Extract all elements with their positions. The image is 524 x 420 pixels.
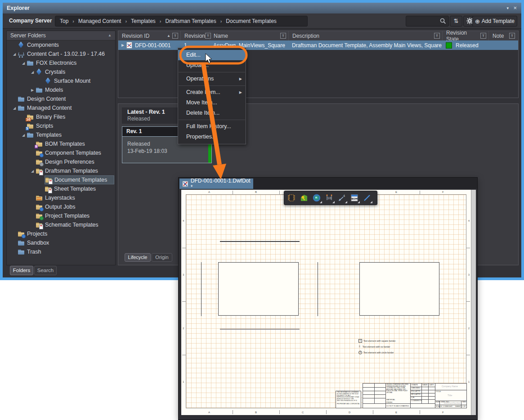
sidebar-item-trash[interactable]: Trash: [7, 247, 115, 256]
text-annotation[interactable]: 2. Text element with no border: [358, 344, 390, 349]
sidebar-item-templates[interactable]: ◢Templates: [7, 130, 115, 139]
expand-open-icon[interactable]: ◢: [11, 106, 18, 110]
drawing-sheet[interactable]: A B C D E F A B C D E F 4 3 2 1 4 3 2 1: [181, 190, 471, 415]
sidebar-item-document-templates[interactable]: Document Templates: [7, 175, 115, 184]
place-bom-table-button[interactable]: BOM: [348, 192, 361, 204]
sidebar-item-fox-electronics[interactable]: ◢FOX Electronics: [7, 58, 115, 67]
menu-item-properties[interactable]: Properties...: [178, 132, 246, 142]
expand-open-icon[interactable]: ◢: [20, 61, 27, 65]
sidebar-item-scripts[interactable]: SScripts: [7, 121, 115, 130]
filter-icon[interactable]: T: [434, 33, 440, 39]
col-header-description[interactable]: Description T: [288, 31, 442, 40]
sidebar-item-content-cart[interactable]: ◢Content Cart - 13.02.19 - 17.46: [7, 49, 115, 58]
sidebar-item-draftsman-templates[interactable]: ◢Draftsman Templates: [7, 166, 115, 175]
place-callout-button[interactable]: 4: [336, 192, 348, 204]
menu-item-full-item-history[interactable]: Full Item History...: [178, 121, 246, 132]
col-header-revision-id[interactable]: Revision ID ▲ T: [118, 31, 180, 40]
menu-item-edit[interactable]: Edit...: [178, 50, 246, 60]
tab-folders[interactable]: Folders: [10, 266, 33, 275]
sidebar-item-label: Design Content: [27, 96, 66, 102]
breadcrumb-item-document-templates[interactable]: Document Templates: [226, 18, 277, 24]
sidebar-item-projects[interactable]: Projects: [7, 229, 115, 238]
menu-item-delete-item[interactable]: Delete Item...: [178, 108, 246, 118]
sidebar-item-bom-templates[interactable]: BBOM Templates: [7, 139, 115, 148]
sort-asc-icon[interactable]: ▲: [167, 34, 170, 38]
sidebar-item-schematic-templates[interactable]: Schematic Templates: [7, 220, 115, 229]
col-header-revision[interactable]: Revision T: [180, 31, 210, 40]
sidebar-item-label: Component Templates: [45, 150, 101, 156]
tab-lifecycle[interactable]: Lifecycle: [125, 253, 151, 262]
filter-icon[interactable]: T: [172, 33, 178, 39]
drawing-line[interactable]: [220, 329, 300, 330]
sidebar-item-components[interactable]: Components: [7, 40, 115, 49]
explorer-titlebar[interactable]: Explorer ▾ ×: [3, 3, 521, 13]
selected-item-highlight: Document Templates: [45, 175, 114, 184]
sidebar-item-label: Binary Files: [36, 114, 65, 120]
place-assembly-view-button[interactable]: [298, 192, 310, 204]
breadcrumb-item-templates[interactable]: Templates: [131, 18, 156, 24]
filter-icon[interactable]: T: [280, 33, 286, 39]
menu-item-create-item[interactable]: Create Item...▶: [178, 87, 246, 98]
menu-item-move-item[interactable]: Move Item...: [178, 98, 246, 108]
drawing-line[interactable]: [201, 262, 202, 316]
expand-closed-icon[interactable]: ▶: [29, 88, 36, 92]
add-template-button[interactable]: ⊕Add Template: [472, 16, 517, 27]
row-expand-icon[interactable]: ▶: [120, 43, 125, 47]
place-board-view-button[interactable]: [310, 192, 323, 204]
breadcrumb-item-top[interactable]: Top: [60, 18, 68, 24]
document-tab[interactable]: DFD-001-0001-1.DwfDot *: [179, 179, 253, 189]
tab-origin[interactable]: Origin: [152, 253, 172, 262]
tab-search[interactable]: Search: [34, 266, 57, 275]
col-header-name[interactable]: Name T: [210, 31, 288, 40]
zone-label: 1: [183, 380, 184, 383]
zone-label: E: [395, 191, 397, 193]
sidebar-item-output-jobs[interactable]: Output Jobs: [7, 202, 115, 211]
search-input[interactable]: [406, 16, 449, 27]
text-annotation[interactable]: 1 Text element with square border.: [358, 339, 396, 343]
server-selector[interactable]: Company Server ▾: [9, 18, 57, 24]
sidebar-item-design-preferences[interactable]: Design Preferences: [7, 157, 115, 166]
breadcrumb-item-draftsman-templates[interactable]: Draftsman Templates: [165, 18, 216, 24]
refresh-button[interactable]: ⇅: [450, 16, 462, 27]
refresh-icon: ⇅: [454, 18, 459, 24]
expand-open-icon[interactable]: ◢: [20, 133, 27, 137]
place-line-button[interactable]: [361, 192, 373, 204]
expand-open-icon[interactable]: ◢: [11, 52, 18, 56]
panel-dropdown-icon[interactable]: ▾: [506, 3, 509, 13]
sidebar-item-design-content[interactable]: Design Content: [7, 94, 115, 103]
sidebar-item-layerstacks[interactable]: Layerstacks: [7, 193, 115, 202]
view-placeholder-rect[interactable]: [359, 262, 439, 316]
sidebar-item-binary-files[interactable]: 10Binary Files: [7, 112, 115, 121]
drawing-line[interactable]: [220, 241, 300, 242]
place-dimension-button[interactable]: 10: [323, 192, 336, 204]
close-icon[interactable]: ×: [513, 3, 517, 13]
zone-label: C: [302, 411, 304, 414]
sidebar-item-project-templates[interactable]: Project Templates: [7, 211, 115, 220]
sidebar-item-managed-content[interactable]: ◢Managed Content: [7, 103, 115, 112]
menu-item-upload[interactable]: Upload...: [178, 60, 246, 71]
sidebar-item-crystals[interactable]: ◢Crystals: [7, 67, 115, 76]
col-header-note[interactable]: Note T: [488, 31, 517, 40]
titleblock-notice: THE INFORMATION CONTAINED IN THIS DRAWIN…: [336, 391, 361, 408]
filter-icon[interactable]: T: [509, 33, 515, 39]
company-name-placeholder: Company Name: [442, 385, 458, 388]
sidebar-item-sandbox[interactable]: Sandbox: [7, 238, 115, 247]
place-board-region-button[interactable]: [285, 192, 298, 204]
vertical-scrollbar[interactable]: [471, 190, 476, 415]
screen: Explorer ▾ × Company Server ▾ Top › Mana…: [0, 0, 524, 420]
expand-open-icon[interactable]: ◢: [29, 70, 36, 74]
document-tab-title: DFD-001-0001-1.DwfDot *: [191, 178, 253, 190]
text-annotation[interactable]: 3 Text element with circle border: [358, 350, 394, 355]
server-folders-header[interactable]: Server Folders ▲: [7, 31, 115, 40]
sidebar-item-models[interactable]: ▶Models: [7, 85, 115, 94]
view-placeholder-rect[interactable]: [218, 262, 299, 316]
sidebar-item-surface-mount[interactable]: Surface Mount: [7, 76, 115, 85]
col-header-revision-state[interactable]: Revision State T: [442, 31, 488, 40]
drawing-line[interactable]: [318, 262, 318, 316]
menu-item-operations[interactable]: Operations▶: [178, 74, 246, 84]
sidebar-item-sheet-templates[interactable]: Sheet Templates: [7, 184, 115, 193]
expand-open-icon[interactable]: ◢: [29, 169, 36, 173]
filter-icon[interactable]: T: [480, 33, 486, 39]
sidebar-item-component-templates[interactable]: Component Templates: [7, 148, 115, 157]
breadcrumb-item-managed-content[interactable]: Managed Content: [78, 18, 121, 24]
